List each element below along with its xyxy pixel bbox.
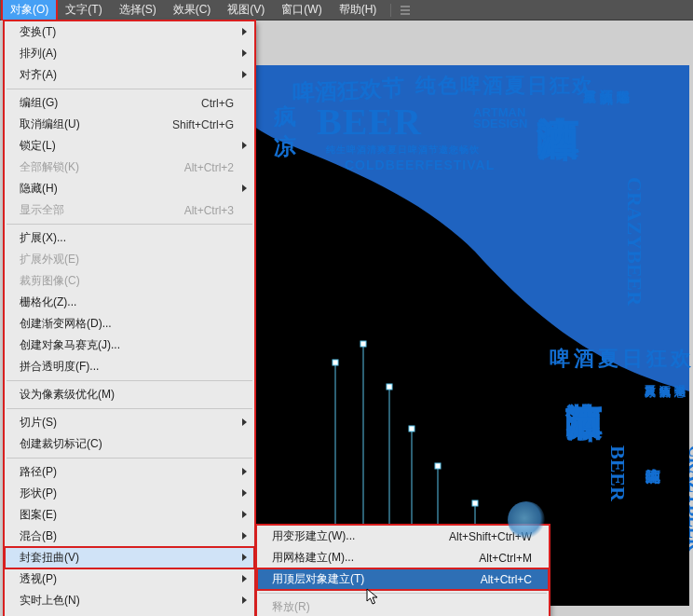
mi-cropimage: 裁剪图像(C)	[5, 270, 254, 292]
mi-livepaint[interactable]: 实时上色(N)	[5, 590, 254, 611]
chevron-right-icon	[242, 511, 247, 518]
mi-cropmarks[interactable]: 创建裁切标记(C)	[5, 433, 254, 455]
mi-shape[interactable]: 形状(P)	[5, 483, 254, 504]
mi-slice[interactable]: 切片(S)	[5, 412, 254, 433]
mi-hide[interactable]: 隐藏(H)	[5, 178, 254, 199]
mi-blend[interactable]: 混合(B)	[5, 526, 254, 547]
menu-divider	[7, 408, 252, 409]
menu-divider	[7, 380, 252, 381]
svg-rect-7	[360, 341, 366, 347]
art-block-lower: 啤酒夏日狂欢 冰爽啤酒节 冰爽夏日 疯狂啤酒 邀您喝 BEER 纯生啤酒 CRA…	[550, 345, 693, 373]
mi-envelope-distort[interactable]: 封套扭曲(V)	[5, 547, 254, 568]
menu-effect[interactable]: 效果(C)	[165, 0, 220, 21]
chevron-right-icon	[242, 489, 247, 497]
mi-gradientmesh[interactable]: 创建渐变网格(D)...	[5, 313, 254, 335]
chevron-right-icon	[242, 575, 247, 582]
chevron-right-icon	[242, 532, 247, 540]
mi-flatten[interactable]: 拼合透明度(F)...	[5, 356, 254, 377]
svg-rect-9	[409, 426, 414, 431]
menubar-sep	[390, 4, 391, 17]
chevron-right-icon	[242, 28, 247, 35]
svg-rect-10	[435, 463, 441, 469]
svg-rect-11	[472, 500, 478, 506]
chevron-right-icon	[242, 596, 247, 604]
smi-make-with-mesh[interactable]: 用网格建立(M)...Alt+Ctrl+M	[257, 547, 549, 568]
mi-showall: 显示全部Alt+Ctrl+3	[5, 199, 254, 221]
menu-divider	[7, 89, 252, 89]
mi-unlockall: 全部解锁(K)Alt+Ctrl+2	[5, 157, 254, 178]
mi-transform[interactable]: 变换(T)	[5, 21, 254, 43]
mi-imagetrace[interactable]: 图像描摹	[5, 611, 254, 616]
menu-divider	[259, 593, 547, 594]
chevron-right-icon	[242, 142, 247, 149]
envelope-submenu: 用变形建立(W)...Alt+Shift+Ctrl+W 用网格建立(M)...A…	[256, 525, 550, 616]
menu-help[interactable]: 帮助(H)	[331, 0, 386, 21]
smi-make-with-top[interactable]: 用顶层对象建立(T)Alt+Ctrl+C	[257, 568, 549, 590]
chevron-right-icon	[242, 49, 247, 57]
mi-ungroup[interactable]: 取消编组(U)Shift+Ctrl+G	[5, 114, 254, 135]
mi-pattern[interactable]: 图案(E)	[5, 504, 254, 526]
mi-path[interactable]: 路径(P)	[5, 461, 254, 483]
svg-rect-8	[387, 384, 392, 390]
chevron-right-icon	[242, 554, 247, 561]
chevron-right-icon	[242, 468, 247, 475]
toolbar-grip-icon	[397, 6, 412, 15]
chevron-right-icon	[242, 418, 247, 426]
b2-beer: BEER	[605, 445, 630, 501]
menu-object-dropdown: 变换(T) 排列(A) 对齐(A) 编组(G)Ctrl+G 取消编组(U)Shi…	[4, 21, 255, 616]
menu-divider	[7, 224, 252, 225]
menu-view[interactable]: 视图(V)	[219, 0, 273, 21]
b2-crazy: CRAZYBEER	[685, 445, 693, 551]
mi-mosaic[interactable]: 创建对象马赛克(J)...	[5, 335, 254, 356]
mi-arrange[interactable]: 排列(A)	[5, 43, 254, 64]
mi-perspective[interactable]: 透视(P)	[5, 568, 254, 590]
mi-pixelperfect[interactable]: 设为像素级优化(M)	[5, 384, 254, 405]
menu-divider	[7, 458, 252, 459]
menu-object[interactable]: 对象(O)	[2, 0, 57, 21]
menu-type[interactable]: 文字(T)	[57, 0, 110, 21]
menubar: 对象(O) 文字(T) 选择(S) 效果(C) 视图(V) 窗口(W) 帮助(H…	[0, 0, 693, 21]
mi-lock[interactable]: 锁定(L)	[5, 135, 254, 157]
mi-expand-appearance: 扩展外观(E)	[5, 249, 254, 270]
mi-group[interactable]: 编组(G)Ctrl+G	[5, 92, 254, 114]
chevron-right-icon	[242, 71, 247, 78]
mi-expand[interactable]: 扩展(X)...	[5, 227, 254, 249]
mi-rasterize[interactable]: 栅格化(Z)...	[5, 292, 254, 313]
svg-rect-6	[333, 360, 338, 365]
chevron-right-icon	[242, 185, 247, 192]
menu-select[interactable]: 选择(S)	[111, 0, 165, 21]
smi-release: 释放(R)	[257, 596, 549, 616]
b2-title: 啤酒夏日狂欢	[550, 345, 693, 373]
menu-window[interactable]: 窗口(W)	[273, 0, 330, 21]
mi-align[interactable]: 对齐(A)	[5, 64, 254, 86]
floating-badge	[508, 501, 545, 539]
smi-make-with-warp[interactable]: 用变形建立(W)...Alt+Shift+Ctrl+W	[257, 526, 549, 547]
